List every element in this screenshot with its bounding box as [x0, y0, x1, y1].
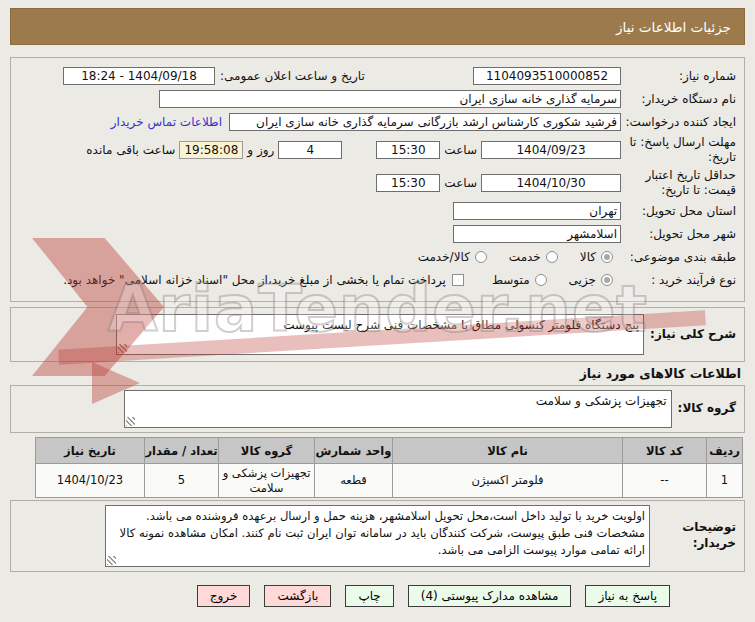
announce-datetime-field[interactable]: 1404/09/18 - 18:24: [63, 67, 215, 85]
province-label: استان محل تحویل:: [621, 204, 736, 219]
buyer-org-label: نام دستگاه خریدار:: [621, 92, 736, 107]
days-label: روز و: [247, 143, 274, 157]
radio-goods[interactable]: [601, 251, 613, 263]
goods-section-heading: اطلاعات کالاهای مورد نیاز: [580, 366, 741, 381]
buyer-contact-link[interactable]: اطلاعات تماس خریدار: [111, 115, 222, 129]
request-creator-label: ایجاد کننده درخواست:: [621, 115, 736, 130]
page-title: جزئیات اطلاعات نیاز: [616, 19, 731, 35]
row-response-deadline: مهلت ارسال پاسخ: تا تاریخ: 1404/09/23 سا…: [19, 135, 736, 165]
cell-item-code: --: [623, 464, 707, 498]
goods-group-label: گروه کالا:: [678, 401, 736, 417]
cell-quantity: 5: [145, 464, 219, 498]
radio-partial-label: جزیی: [569, 273, 596, 287]
resize-handle-icon[interactable]: [118, 344, 127, 353]
need-details-page: جزئیات اطلاعات نیاز شماره نیاز: 11040935…: [0, 0, 755, 622]
price-validity-time-field[interactable]: 15:30: [376, 174, 440, 192]
process-type-label: نوع فرآیند خرید :: [621, 273, 736, 288]
row-process-type: نوع فرآیند خرید : جزیی متوسط پرداخت تمام…: [19, 270, 736, 290]
buyer-notes-textarea[interactable]: اولویت خرید با تولید داخل است،محل تحویل …: [105, 505, 650, 567]
row-need-number: شماره نیاز: 1104093510000852 تاریخ و ساع…: [19, 66, 736, 86]
cell-item-name: فلومتر اکسیژن: [393, 464, 623, 498]
buyer-notes-panel: توضیحات خریدار: اولویت خرید با تولید داخ…: [10, 500, 745, 572]
row-city: شهر محل تحویل: اسلامشهر: [19, 224, 736, 244]
days-remaining-field[interactable]: 4: [278, 141, 342, 159]
need-number-label: شماره نیاز:: [621, 69, 736, 84]
cell-need-date: 1404/10/23: [36, 464, 145, 498]
radio-medium[interactable]: [535, 274, 547, 286]
need-info-panel: شماره نیاز: 1104093510000852 تاریخ و ساع…: [10, 57, 745, 302]
col-group: گروه کالا: [219, 438, 315, 464]
col-unit: واحد شمارش: [315, 438, 393, 464]
response-deadline-date-field[interactable]: 1404/09/23: [481, 141, 621, 159]
need-description-label: شرح کلی نیاز:: [650, 327, 736, 343]
radio-partial[interactable]: [601, 274, 613, 286]
need-description-textarea[interactable]: پنج دستگاه فلومتر کنسولی مطاق با مشخصات …: [116, 314, 644, 355]
row-price-validity: حداقل تاریخ اعتبار قیمت: تا تاریخ: 1404/…: [19, 168, 736, 198]
goods-group-text: تجهیزات پزشکی و سلامت: [536, 394, 667, 408]
price-validity-label: حداقل تاریخ اعتبار قیمت: تا تاریخ:: [621, 168, 736, 198]
cell-unit: قطعه: [315, 464, 393, 498]
countdown-timer: 19:58:08: [179, 141, 243, 159]
print-button[interactable]: چاپ: [345, 585, 393, 607]
buyer-notes-text: اولویت خرید با تولید داخل است،محل تحویل …: [120, 509, 645, 557]
response-deadline-time-field[interactable]: 15:30: [376, 141, 440, 159]
need-description-text: پنج دستگاه فلومتر کنسولی مطاق با مشخصات …: [283, 318, 639, 332]
goods-table: ردیف کد کالا نام کالا واحد شمارش گروه کا…: [36, 437, 743, 498]
radio-medium-label: متوسط: [492, 273, 530, 287]
exit-button[interactable]: خروج: [197, 585, 251, 607]
need-number-field[interactable]: 1104093510000852: [473, 67, 621, 85]
radio-goods-service-label: کالا/خدمت: [418, 250, 470, 264]
request-creator-field[interactable]: فرشید شکوری کارشناس ارشد بازرگانی سرمایه…: [229, 113, 621, 131]
treasury-checkbox[interactable]: [452, 274, 464, 286]
goods-group-textarea[interactable]: تجهیزات پزشکی و سلامت: [124, 390, 672, 428]
page-title-bar: جزئیات اطلاعات نیاز: [10, 8, 745, 45]
radio-goods-label: کالا: [580, 250, 596, 264]
table-row: 1 -- فلومتر اکسیژن قطعه تجهیزات پزشکی و …: [36, 464, 743, 498]
cell-row-number: 1: [707, 464, 743, 498]
resize-handle-icon[interactable]: [107, 556, 116, 565]
province-field[interactable]: تهران: [453, 202, 621, 220]
reply-to-need-button[interactable]: پاسخ به نیاز: [585, 585, 670, 607]
view-attachments-button[interactable]: مشاهده مدارک پیوستی (4): [408, 585, 572, 607]
city-label: شهر محل تحویل:: [621, 227, 736, 242]
row-request-creator: ایجاد کننده درخواست: فرشید شکوری کارشناس…: [19, 112, 736, 132]
col-item-name: نام کالا: [393, 438, 623, 464]
action-button-row: پاسخ به نیاز مشاهده مدارک پیوستی (4) چاپ…: [197, 585, 670, 607]
row-province: استان محل تحویل: تهران: [19, 201, 736, 221]
treasury-checkbox-label: پرداخت تمام یا بخشی از مبلغ خرید،از محل …: [63, 273, 446, 287]
table-header-row: ردیف کد کالا نام کالا واحد شمارش گروه کا…: [36, 438, 743, 464]
announce-datetime-label: تاریخ و ساعت اعلان عمومی:: [220, 69, 365, 84]
classification-label: طبقه بندی موضوعی:: [621, 250, 736, 265]
price-validity-date-field[interactable]: 1404/10/30: [481, 174, 621, 192]
radio-goods-service[interactable]: [475, 251, 487, 263]
remaining-hours-label: ساعت باقی مانده: [86, 143, 175, 157]
col-need-date: تاریخ نیاز: [36, 438, 145, 464]
need-description-panel: شرح کلی نیاز: پنج دستگاه فلومتر کنسولی م…: [10, 307, 745, 362]
radio-service[interactable]: [546, 251, 558, 263]
announce-datetime-group: تاریخ و ساعت اعلان عمومی: 1404/09/18 - 1…: [63, 67, 365, 85]
radio-service-label: خدمت: [509, 250, 541, 264]
goods-group-panel: گروه کالا: تجهیزات پزشکی و سلامت: [10, 385, 745, 433]
cell-group: تجهیزات پزشکی و سلامت: [219, 464, 315, 498]
response-deadline-label: مهلت ارسال پاسخ: تا تاریخ:: [621, 135, 736, 165]
buyer-org-field[interactable]: سرمایه گذاری خانه سازی ایران: [159, 90, 621, 108]
col-quantity: تعداد / مقدار: [145, 438, 219, 464]
response-deadline-hour-label: ساعت: [444, 143, 477, 157]
col-row-number: ردیف: [707, 438, 743, 464]
row-buyer-org: نام دستگاه خریدار: سرمایه گذاری خانه ساز…: [19, 89, 736, 109]
back-button[interactable]: بازگشت: [264, 585, 331, 607]
city-field[interactable]: اسلامشهر: [453, 225, 621, 243]
price-validity-hour-label: ساعت: [444, 176, 477, 190]
row-classification: طبقه بندی موضوعی: کالا خدمت کالا/خدمت: [19, 247, 736, 267]
buyer-notes-label: توضیحات خریدار:: [656, 520, 736, 551]
col-item-code: کد کالا: [623, 438, 707, 464]
resize-handle-icon[interactable]: [126, 417, 135, 426]
